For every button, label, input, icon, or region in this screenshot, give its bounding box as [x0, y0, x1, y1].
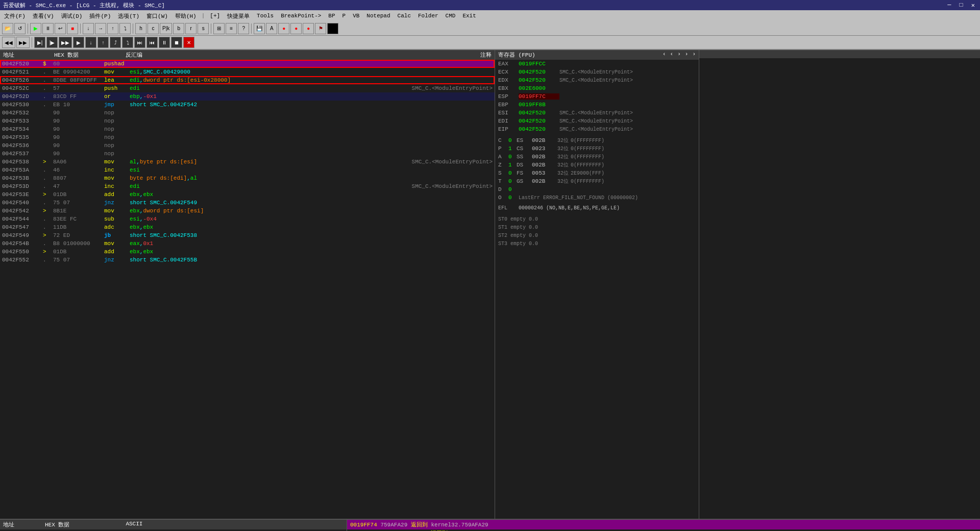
toolbar: 📂 ↺ ▶ ⏸ ↩ ■ ↓ → ↑ ⤵ h c P|k b r s ⊞ ≡ ? … — [0, 21, 980, 36]
disasm-row-jnz1[interactable]: 0042F540 . 75 07 jnz short SMC_C.0042F54… — [0, 199, 495, 207]
disasm-content[interactable]: 0042F520 $ 60 pushad 0042F521 . BE 09904… — [0, 60, 495, 519]
menu-plugin[interactable]: 插件(P) — [86, 11, 114, 21]
minimize-button[interactable]: — — [945, 2, 953, 9]
menu-bp[interactable]: BP — [325, 12, 338, 20]
tb-step-in[interactable]: ↓ — [83, 23, 94, 34]
tb-grid[interactable]: ⊞ — [213, 23, 225, 34]
regs-nav-right1[interactable]: › — [677, 51, 681, 59]
tb-run-to-cursor[interactable]: ⤵ — [119, 23, 131, 34]
tb-pk[interactable]: P|k — [160, 23, 172, 34]
menu-plus[interactable]: [+] — [207, 12, 223, 20]
tb2-run12[interactable]: ✕ — [183, 37, 194, 48]
tb2-run6[interactable]: ⤴ — [110, 37, 121, 48]
regs-nav-left2[interactable]: ‹ — [670, 51, 674, 59]
tb2-run8[interactable]: ⏭ — [134, 37, 145, 48]
tb2-run11[interactable]: ⏹ — [171, 37, 182, 48]
menu-view[interactable]: 查看(V) — [30, 11, 57, 21]
tb-r[interactable]: r — [185, 23, 197, 34]
menu-vb[interactable]: VB — [350, 12, 362, 20]
disasm-row-nop1[interactable]: 0042F532 90 nop — [0, 109, 495, 117]
disasm-row-add-ebx[interactable]: 0042F53E > 01DB add ebx,ebx — [0, 190, 495, 199]
reg-ebx: EBX 002E6000 — [495, 84, 699, 92]
disasm-row-mov-eax[interactable]: 0042F54B . B8 01000000 mov eax,0x1 — [0, 239, 495, 248]
disasm-row-4[interactable]: 0042F52D . 83CD FF or ebp,-0x1 — [0, 92, 495, 101]
close-button[interactable]: ✕ — [969, 2, 977, 9]
disasm-row-adc-ebx[interactable]: 0042F547 . 11DB adc ebx,ebx — [0, 223, 495, 231]
disasm-row-nop5[interactable]: 0042F536 90 nop — [0, 141, 495, 150]
disasm-row-1[interactable]: 0042F521 . BE 09904200 mov esi,SMC_C.004… — [0, 68, 495, 76]
tb-red2[interactable]: ● — [290, 23, 302, 34]
tb-h[interactable]: h — [135, 23, 146, 34]
tb-restart[interactable]: ↩ — [55, 23, 66, 34]
maximize-button[interactable]: □ — [958, 2, 965, 9]
tb-step-over[interactable]: → — [95, 23, 106, 34]
disasm-row-inc-edi[interactable]: 0042F53D . 47 inc edi SMC_C.<ModuleEntry… — [0, 182, 495, 190]
menu-options[interactable]: 选项(T) — [115, 11, 142, 21]
disasm-row-2[interactable]: 0042F526 . 8DBE 08F0FDFF lea edi,dword p… — [0, 76, 495, 84]
disasm-row-mov-bptr[interactable]: 0042F53B . 8807 mov byte ptr ds:[edi],al — [0, 174, 495, 182]
disasm-row-5[interactable]: 0042F530 . EB 10 jmp short SMC_C.0042F54… — [0, 101, 495, 109]
menu-debug[interactable]: 调试(D) — [58, 11, 86, 21]
tb2-run9[interactable]: ⏮ — [146, 37, 158, 48]
tb-red3[interactable]: ● — [303, 23, 314, 34]
menu-window[interactable]: 窗口(W) — [143, 11, 171, 21]
tb-reload[interactable]: ↺ — [14, 23, 26, 34]
tb-list[interactable]: ≡ — [226, 23, 237, 34]
disasm-row-mov-ebx[interactable]: 0042F542 > 8B1E mov ebx,dword ptr ds:[es… — [0, 207, 495, 215]
disasm-row-nop2[interactable]: 0042F533 90 nop — [0, 117, 495, 125]
regs-nav-left1[interactable]: ‹ — [663, 51, 666, 59]
disasm-row-mov-al[interactable]: 0042F538 > 8A06 mov al,byte ptr ds:[esi]… — [0, 158, 495, 166]
disasm-row-jb[interactable]: 0042F549 > 72 ED jb short SMC_C.0042F538 — [0, 231, 495, 239]
stack-bottom-pane: 0019FF74 759AFA29 返回到 kernel32.759AFA29 … — [347, 520, 980, 531]
disasm-row-jnz2[interactable]: 0042F552 . 75 07 jnz short SMC_C.0042F55… — [0, 256, 495, 264]
tb-c[interactable]: c — [148, 23, 159, 34]
menu-exit[interactable]: Exit — [459, 12, 479, 20]
tb-pause[interactable]: ⏸ — [42, 23, 54, 34]
tb2-back[interactable]: ◀◀ — [2, 37, 15, 48]
fpu-st1: ST1 empty 0.0 — [495, 223, 699, 231]
disasm-row-inc-esi[interactable]: 0042F53A . 46 inc esi — [0, 166, 495, 174]
tb-red1[interactable]: ● — [278, 23, 289, 34]
menu-shortcuts[interactable]: 快捷菜单 — [224, 11, 253, 21]
disasm-row-pushad[interactable]: 0042F520 $ 60 pushad — [0, 60, 495, 68]
tb-black[interactable]: ▮ — [327, 23, 338, 34]
menu-calc[interactable]: Calc — [395, 12, 414, 20]
disasm-row-add-ebx2[interactable]: 0042F550 > 01DB add ebx,ebx — [0, 248, 495, 256]
tb-b[interactable]: b — [173, 23, 184, 34]
menu-cmd[interactable]: CMD — [443, 12, 459, 20]
menu-notepad[interactable]: Notepad — [363, 12, 393, 20]
tb-s[interactable]: s — [198, 23, 209, 34]
tb2-run4[interactable]: ↓ — [85, 37, 96, 48]
disasm-row-3[interactable]: 0042F52C . 57 push edi SMC_C.<ModuleEntr… — [0, 84, 495, 92]
tb-run[interactable]: ▶ — [30, 23, 41, 34]
tb-red4[interactable]: ⚑ — [315, 23, 326, 34]
regs-nav-right3[interactable]: › — [692, 51, 696, 59]
tb2-run2[interactable]: ▶▶ — [59, 37, 72, 48]
tb2-forward[interactable]: ▶▶ — [16, 37, 30, 48]
menu-folder[interactable]: Folder — [415, 12, 442, 20]
menu-help[interactable]: 帮助(H) — [172, 11, 200, 21]
menu-breakpoint[interactable]: BreakPoint-> — [278, 12, 324, 20]
tb2-run3[interactable]: ▶ — [73, 37, 84, 48]
tb2-step2[interactable]: |▶ — [46, 37, 58, 48]
menu-file[interactable]: 文件(F) — [1, 11, 29, 21]
tb2-run7[interactable]: ⤵ — [122, 37, 133, 48]
tb-icon1[interactable]: 💾 — [254, 23, 265, 34]
disasm-row-nop3[interactable]: 0042F534 90 nop — [0, 125, 495, 133]
menu-p[interactable]: P — [339, 12, 349, 20]
disasm-row-nop6[interactable]: 0042F537 90 nop — [0, 150, 495, 158]
tb2-run10[interactable]: ⏸ — [159, 37, 170, 48]
flag-c: C 0 ES 002B 32位 0(FFFFFFFF) — [495, 136, 699, 144]
disasm-row-sub-esi[interactable]: 0042F544 . 83EE FC sub esi,-0x4 — [0, 215, 495, 223]
tb-open[interactable]: 📂 — [2, 23, 13, 34]
hex-col-hex: HEX 数据 — [45, 521, 69, 528]
disasm-row-nop4[interactable]: 0042F535 90 nop — [0, 133, 495, 141]
tb-stop[interactable]: ■ — [67, 23, 78, 34]
tb2-step[interactable]: ▶| — [34, 37, 45, 48]
tb-question[interactable]: ? — [238, 23, 249, 34]
menu-tools[interactable]: Tools — [254, 12, 277, 20]
regs-nav-right2[interactable]: › — [685, 51, 689, 59]
tb2-run5[interactable]: ↑ — [97, 37, 109, 48]
tb-step-out[interactable]: ↑ — [107, 23, 118, 34]
tb-icon2[interactable]: A — [266, 23, 277, 34]
